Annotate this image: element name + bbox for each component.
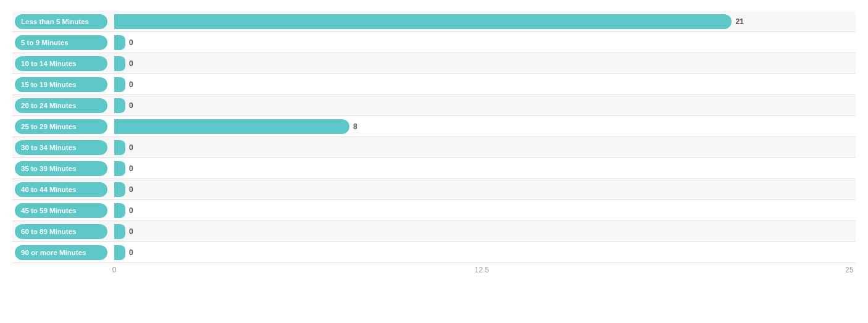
bar-track: 0 — [114, 77, 849, 92]
bar-row: 30 to 34 Minutes0 — [12, 137, 856, 158]
bar-value: 0 — [129, 206, 133, 215]
bar-row: 40 to 44 Minutes0 — [12, 179, 856, 200]
bar-container: 0 — [114, 221, 849, 241]
bar-fill — [114, 56, 125, 71]
bar-label-pill: 25 to 29 Minutes — [15, 119, 107, 134]
bar-value: 0 — [129, 38, 133, 47]
bar-row: 10 to 14 Minutes0 — [12, 53, 856, 74]
bar-track: 0 — [114, 182, 849, 197]
bar-label-pill: 60 to 89 Minutes — [15, 224, 107, 239]
bar-label-pill: 40 to 44 Minutes — [15, 182, 107, 197]
bar-container: 0 — [114, 137, 849, 157]
bar-container: 8 — [114, 116, 849, 136]
bar-track: 21 — [114, 14, 849, 29]
bar-row: 5 to 9 Minutes0 — [12, 32, 856, 53]
bar-value: 21 — [735, 17, 743, 26]
bar-fill — [114, 140, 125, 155]
bar-fill — [114, 161, 125, 176]
bar-value: 0 — [129, 101, 133, 110]
bar-value: 0 — [129, 248, 133, 257]
bar-value: 8 — [353, 122, 357, 131]
bar-container: 0 — [114, 179, 849, 199]
bar-container: 0 — [114, 200, 849, 220]
bar-track: 8 — [114, 119, 849, 134]
axis-label: 25 — [845, 266, 853, 274]
bar-fill — [114, 77, 125, 92]
bar-fill — [114, 14, 732, 29]
bar-track: 0 — [114, 98, 849, 113]
bar-track: 0 — [114, 203, 849, 218]
bar-value: 0 — [129, 80, 133, 89]
bar-track: 0 — [114, 161, 849, 176]
bar-label-pill: 35 to 39 Minutes — [15, 161, 107, 176]
bar-value: 0 — [129, 164, 133, 173]
bar-fill — [114, 119, 349, 134]
bar-track: 0 — [114, 56, 849, 71]
bar-row: Less than 5 Minutes21 — [12, 11, 856, 32]
bar-container: 0 — [114, 95, 849, 115]
bar-row: 45 to 59 Minutes0 — [12, 200, 856, 221]
bar-track: 0 — [114, 140, 849, 155]
bar-row: 15 to 19 Minutes0 — [12, 74, 856, 95]
bar-track: 0 — [114, 224, 849, 239]
bar-track: 0 — [114, 35, 849, 50]
bar-container: 0 — [114, 74, 849, 94]
bar-value: 0 — [129, 227, 133, 236]
bar-value: 0 — [129, 59, 133, 68]
bar-label-pill: 10 to 14 Minutes — [15, 56, 107, 71]
bar-fill — [114, 98, 125, 113]
axis-label: 0 — [112, 266, 117, 274]
bar-row: 25 to 29 Minutes8 — [12, 116, 856, 137]
bar-value: 0 — [129, 185, 133, 194]
bar-row: 35 to 39 Minutes0 — [12, 158, 856, 179]
bar-fill — [114, 245, 125, 260]
bar-label-pill: 5 to 9 Minutes — [15, 35, 107, 50]
bar-track: 0 — [114, 245, 849, 260]
bar-label-pill: 90 or more Minutes — [15, 245, 107, 260]
bar-label-pill: 20 to 24 Minutes — [15, 98, 107, 113]
bar-container: 0 — [114, 53, 849, 73]
bar-container: 0 — [114, 242, 849, 262]
bar-fill — [114, 35, 125, 50]
bar-fill — [114, 224, 125, 239]
bar-value: 0 — [129, 143, 133, 152]
axis-row: 012.525 — [114, 266, 849, 278]
bar-row: 60 to 89 Minutes0 — [12, 221, 856, 242]
bar-label-pill: 30 to 34 Minutes — [15, 140, 107, 155]
bar-fill — [114, 182, 125, 197]
bar-label-pill: Less than 5 Minutes — [15, 14, 107, 29]
chart-area: Less than 5 Minutes215 to 9 Minutes010 t… — [12, 11, 856, 263]
bar-row: 20 to 24 Minutes0 — [12, 95, 856, 116]
bar-container: 0 — [114, 32, 849, 52]
bar-container: 21 — [114, 11, 849, 31]
bar-row: 90 or more Minutes0 — [12, 242, 856, 263]
bar-label-pill: 45 to 59 Minutes — [15, 203, 107, 218]
bar-fill — [114, 203, 125, 218]
bar-container: 0 — [114, 158, 849, 178]
bar-label-pill: 15 to 19 Minutes — [15, 77, 107, 92]
axis-label: 12.5 — [475, 266, 489, 274]
